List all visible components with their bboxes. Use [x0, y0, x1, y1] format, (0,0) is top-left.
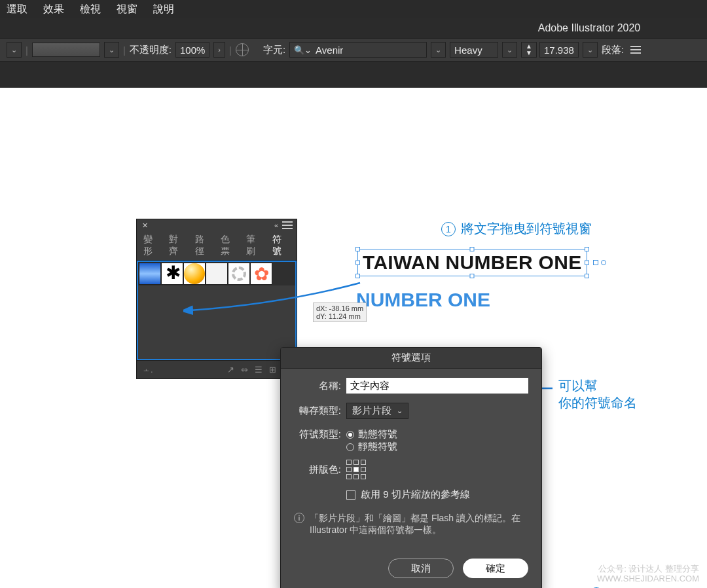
- annotation-2: 可以幫 你的符號命名: [558, 377, 637, 411]
- menu-select[interactable]: 選取: [7, 3, 27, 16]
- name-input[interactable]: [346, 378, 528, 394]
- options-bar: ⌄ | ⌄ | 不透明度: 100% › | 字元: 🔍⌄ Avenir ⌄ H…: [0, 38, 707, 62]
- dialog-info: i 「影片片段」和「繪圖」都是 Flash 讀入的標記。在 Illustrato…: [294, 510, 528, 542]
- close-icon[interactable]: ✕: [142, 221, 148, 230]
- name-label: 名稱:: [294, 380, 341, 392]
- ok-button[interactable]: 確定: [463, 559, 528, 578]
- handle-top-mid[interactable]: [470, 247, 475, 251]
- radio-static-label: 靜態符號: [358, 441, 397, 453]
- registration-grid[interactable]: [346, 460, 366, 479]
- cancel-button[interactable]: 取消: [388, 559, 454, 578]
- tab-transform[interactable]: 變形: [143, 234, 161, 257]
- menu-view[interactable]: 檢視: [80, 3, 101, 16]
- font-weight-chevron[interactable]: ⌄: [502, 42, 517, 58]
- annotation-1: 1 將文字拖曳到符號視窗: [441, 220, 592, 238]
- anchor-icon[interactable]: [601, 260, 606, 265]
- readout-dy: dY: 11.24 mm: [316, 312, 363, 320]
- text-object[interactable]: TAIWAN NUMBER ONE: [363, 251, 582, 274]
- export-type-select[interactable]: 影片片段⌄: [346, 403, 408, 419]
- radio-static[interactable]: [346, 443, 354, 451]
- symbol-sphere[interactable]: [184, 263, 205, 284]
- panel-hamburger-icon[interactable]: [282, 221, 293, 229]
- font-name-chevron[interactable]: ⌄: [431, 42, 446, 58]
- opacity-label: 不透明度:: [130, 44, 172, 56]
- outport-icon[interactable]: [593, 260, 598, 265]
- symbol-ring[interactable]: [228, 263, 250, 285]
- dialog-title: 符號選項: [281, 348, 541, 369]
- app-title: Adobe Illustrator 2020: [538, 22, 641, 34]
- slice-label: 啟用 9 切片縮放的參考線: [361, 488, 470, 501]
- info-icon: i: [294, 513, 304, 523]
- fill-preview[interactable]: [32, 43, 100, 57]
- break-link-icon[interactable]: ⇔: [241, 365, 248, 375]
- symbol-ink-splat[interactable]: [161, 263, 183, 285]
- opacity-value[interactable]: 100%: [175, 42, 209, 58]
- font-size-chevron[interactable]: ⌄: [583, 42, 598, 58]
- menu-help[interactable]: 說明: [153, 3, 174, 16]
- menu-window[interactable]: 視窗: [117, 3, 137, 16]
- font-weight-field[interactable]: Heavy: [450, 42, 498, 58]
- symbol-gradient[interactable]: [139, 263, 161, 285]
- symbol-flower[interactable]: ✿: [250, 263, 272, 285]
- dialog-info-text: 「影片片段」和「繪圖」都是 Flash 讀入的標記。在 Illustrator …: [310, 513, 528, 536]
- annotation-2-line2: 你的符號命名: [558, 395, 637, 410]
- canvas[interactable]: ✕ « 變形 對齊 路徑 色票 筆刷 符號 ✿ ⫠. ↗: [0, 88, 707, 588]
- watermark: 公众号: 设计达人 整理分享 WWW.SHEJIDAREN.COM: [597, 564, 699, 584]
- fill-dropdown[interactable]: ⌄: [104, 42, 119, 58]
- new-symbol-icon[interactable]: ⊞: [269, 365, 276, 375]
- symbols-drop-area[interactable]: ✿: [137, 261, 297, 360]
- font-size-stepper[interactable]: ▲▼ 17.938: [521, 42, 579, 58]
- radio-dynamic-label: 動態符號: [358, 428, 397, 441]
- symbols-panel[interactable]: ✕ « 變形 對齊 路徑 色票 筆刷 符號 ✿ ⫠. ↗: [136, 219, 297, 379]
- tab-brushes[interactable]: 筆刷: [246, 234, 264, 257]
- menu-effect[interactable]: 效果: [43, 3, 64, 16]
- tab-pathfinder[interactable]: 路徑: [195, 234, 213, 257]
- symbol-options-dialog[interactable]: 符號選項 名稱: 轉存類型: 影片片段⌄ 符號類型: 動態符號: [280, 347, 542, 588]
- handle-top-left[interactable]: [355, 247, 360, 251]
- handle-bot-left[interactable]: [355, 274, 360, 278]
- drag-ghost-text: NUMBER ONE: [356, 289, 490, 311]
- annotation-1-number: 1: [441, 222, 456, 236]
- handle-bot-right[interactable]: [585, 274, 589, 278]
- paragraph-label: 段落:: [602, 44, 624, 56]
- panel-footer: ⫠. ↗ ⇔ ☰ ⊞ 🗑: [137, 360, 297, 378]
- registration-label: 拼版色:: [294, 464, 341, 476]
- drag-readout: dX: -38.16 mm dY: 11.24 mm: [313, 303, 367, 322]
- export-type-label: 轉存類型:: [294, 405, 341, 417]
- app-titlebar: Adobe Illustrator 2020: [0, 18, 707, 38]
- handle-top-right[interactable]: [585, 247, 589, 251]
- handle-mid-left[interactable]: [355, 261, 360, 265]
- selection-frame: [357, 249, 587, 276]
- search-icon: 🔍⌄: [294, 45, 312, 55]
- symbol-options-icon[interactable]: ☰: [255, 365, 263, 375]
- globe-icon[interactable]: [236, 43, 249, 56]
- paragraph-options-icon[interactable]: [630, 46, 641, 54]
- tab-symbols[interactable]: 符號: [272, 234, 290, 257]
- place-symbol-icon[interactable]: ↗: [227, 365, 234, 375]
- tab-align[interactable]: 對齊: [169, 234, 187, 257]
- radio-dynamic[interactable]: [346, 431, 354, 439]
- readout-dx: dX: -38.16 mm: [316, 304, 363, 312]
- opacity-chevron[interactable]: ›: [213, 42, 225, 58]
- panel-menu-icon[interactable]: «: [274, 221, 278, 229]
- handle-bot-mid[interactable]: [470, 274, 475, 278]
- annotation-2-line1: 可以幫: [558, 378, 598, 393]
- panel-tabs: 變形 對齊 路徑 色票 筆刷 符號: [137, 231, 297, 261]
- handle-mid-right[interactable]: [585, 261, 589, 265]
- menubar: 選取 效果 檢視 視窗 說明: [0, 0, 707, 18]
- symbol-swatches: ✿: [138, 262, 295, 285]
- symbol-blank[interactable]: [206, 263, 228, 285]
- symbol-library-icon[interactable]: ⫠.: [142, 365, 153, 375]
- symbol-type-label: 符號類型:: [294, 428, 341, 441]
- font-name-field[interactable]: 🔍⌄ Avenir: [289, 42, 427, 58]
- slice-checkbox[interactable]: [346, 490, 355, 500]
- annotation-1-text: 將文字拖曳到符號視窗: [461, 220, 592, 238]
- tab-swatches[interactable]: 色票: [221, 234, 238, 257]
- blank-band: [0, 62, 707, 88]
- char-label: 字元:: [263, 44, 285, 56]
- left-dropdown[interactable]: ⌄: [7, 42, 22, 58]
